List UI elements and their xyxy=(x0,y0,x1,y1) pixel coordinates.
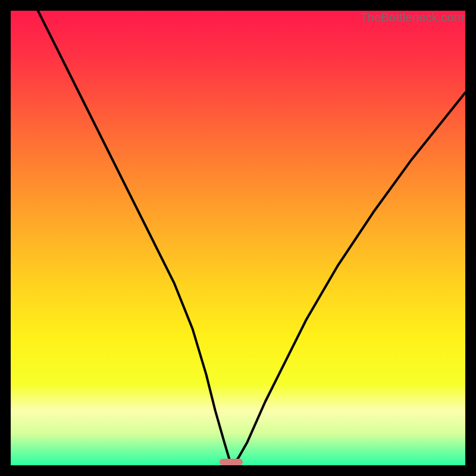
bottleneck-chart xyxy=(11,11,465,465)
optimal-marker xyxy=(220,459,242,465)
watermark-text: TheBottleneck.com xyxy=(360,11,464,24)
chart-frame: TheBottleneck.com xyxy=(11,11,465,465)
gradient-background xyxy=(11,11,465,465)
